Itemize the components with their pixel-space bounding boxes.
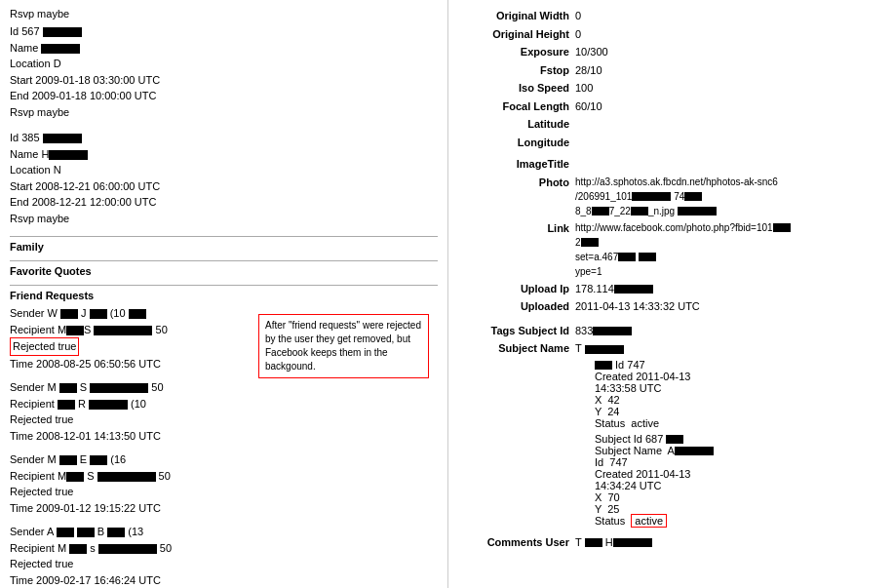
redacted [773, 223, 791, 232]
redacted [614, 285, 653, 294]
rsvp-label: Rsvp maybe [10, 8, 69, 20]
label-photo: Photo [458, 175, 575, 191]
label-image-title: ImageTitle [458, 156, 575, 173]
label-comments: Comments User [458, 534, 575, 551]
redacted [57, 528, 74, 537]
event2-rsvp: Rsvp maybe [10, 211, 438, 227]
label-tags-subject-id: Tags Subject Id [458, 323, 575, 339]
section-family: Family [10, 241, 438, 253]
field-longitude: Longitude [458, 135, 883, 151]
field-exposure: Exposure 10/300 [458, 44, 883, 60]
event1-location: Location D [10, 56, 438, 72]
annotation-friend-requests: After "friend requests" were rejected by… [258, 314, 429, 378]
redacted [43, 27, 82, 37]
value-photo: http://a3.sphotos.ak.fbcdn.net/hphotos-a… [575, 175, 883, 218]
fr2-rejected: Rejected true [10, 412, 438, 428]
label-subject-name: Subject Name [458, 340, 575, 357]
label-original-width: Original Width [458, 8, 575, 24]
redacted [613, 538, 652, 547]
redacted [66, 326, 84, 335]
redacted [66, 472, 84, 482]
value-comments: T H [575, 534, 883, 551]
tag1-created2: 14:33:58 UTC [595, 382, 883, 394]
label-iso-speed: Iso Speed [458, 80, 575, 97]
event1-rsvp: Rsvp maybe [10, 104, 438, 121]
label-uploaded: Uploaded [458, 298, 575, 315]
value-fstop: 28/10 [575, 62, 883, 79]
rsvp-header: Rsvp maybe [10, 8, 438, 20]
field-subject-name: Subject Name T [458, 340, 883, 357]
label-upload-ip: Upload Ip [458, 281, 575, 297]
value-original-width: 0 [575, 8, 883, 24]
tag2-fields: Subject Id 687 Subject Name A Id 747 Cre… [595, 433, 883, 527]
value-original-height: 0 [575, 26, 883, 43]
tag1-status: Status active [595, 417, 883, 429]
redacted [59, 383, 77, 393]
redacted [90, 309, 107, 319]
value-focal-length: 60/10 [575, 98, 883, 115]
field-original-height: Original Height 0 [458, 26, 883, 43]
event1-end: End 2009-01-18 10:00:00 UTC [10, 88, 438, 104]
event1-name: Name [10, 40, 438, 57]
fr3-sender: Sender M E (16 [10, 451, 438, 468]
label-fstop: Fstop [458, 62, 575, 79]
tag2-subject-name: Subject Name A [595, 445, 883, 456]
label-original-height: Original Height [458, 26, 575, 43]
redacted [69, 544, 87, 554]
redacted [94, 326, 152, 335]
field-iso-speed: Iso Speed 100 [458, 80, 883, 97]
redacted [58, 400, 75, 410]
tag1-y: Y 24 [595, 406, 883, 417]
event1-start: Start 2009-01-18 03:30:00 UTC [10, 72, 438, 89]
redacted [59, 455, 77, 465]
field-tags-subject-id: Tags Subject Id 833 [458, 323, 883, 339]
tag2-created2: 14:34:24 UTC [595, 480, 883, 491]
redacted [593, 327, 632, 335]
fr2-recipient: Recipient R (10 [10, 396, 438, 412]
redacted [639, 253, 656, 261]
redacted [632, 192, 671, 201]
redacted [90, 383, 148, 393]
redacted [97, 472, 156, 482]
event2-end: End 2008-12-21 12:00:00 UTC [10, 194, 438, 211]
redacted [77, 528, 95, 537]
tag1-x: X 42 [595, 394, 883, 406]
fr3-recipient: Recipient M S 50 [10, 468, 438, 485]
redacted [43, 134, 82, 143]
fr2-time: Time 2008-12-01 14:13:50 UTC [10, 428, 438, 445]
field-photo: Photo http://a3.sphotos.ak.fbcdn.net/hph… [458, 175, 883, 218]
redacted [581, 238, 599, 247]
section-friends: Friend Requests [10, 290, 438, 301]
field-comments: Comments User T H [458, 534, 883, 551]
event-2: Id 385 Name H Location N Start 2008-12-2… [10, 130, 438, 226]
value-exposure: 10/300 [575, 44, 883, 60]
redacted [60, 309, 78, 319]
event2-start: Start 2008-12-21 06:00:00 UTC [10, 178, 438, 195]
tag1-id: Id 747 [595, 359, 883, 371]
value-iso-speed: 100 [575, 80, 883, 97]
redacted [678, 207, 717, 216]
value-subject-name: T [575, 340, 883, 357]
value-link: http://www.facebook.com/photo.php?fbid=1… [575, 220, 883, 279]
main-container: Rsvp maybe Id 567 Name Location D Start … [0, 0, 893, 588]
divider-friends [10, 285, 438, 286]
value-uploaded: 2011-04-13 14:33:32 UTC [575, 298, 883, 315]
tag2-status-row: Status active [595, 515, 883, 527]
friend-request-4: Sender A B (13 Recipient M s 50 Rejected… [10, 524, 438, 588]
right-panel: Original Width 0 Original Height 0 Expos… [448, 0, 893, 588]
label-longitude: Longitude [458, 135, 575, 151]
tag2-status-badge: active [631, 514, 667, 528]
rejected-badge: Rejected true [10, 337, 79, 356]
redacted [675, 447, 714, 455]
label-focal-length: Focal Length [458, 98, 575, 115]
fr3-time: Time 2009-01-12 19:15:22 UTC [10, 500, 438, 517]
redacted [41, 44, 80, 54]
field-upload-ip: Upload Ip 178.114 [458, 281, 883, 297]
fr4-time: Time 2009-02-17 16:46:24 UTC [10, 572, 438, 589]
event2-location: Location N [10, 162, 438, 178]
redacted [631, 207, 648, 216]
divider-quotes [10, 260, 438, 261]
event2-id: Id 385 [10, 130, 438, 146]
fr2-sender: Sender M S 50 [10, 379, 438, 396]
value-upload-ip: 178.114 [575, 281, 883, 297]
